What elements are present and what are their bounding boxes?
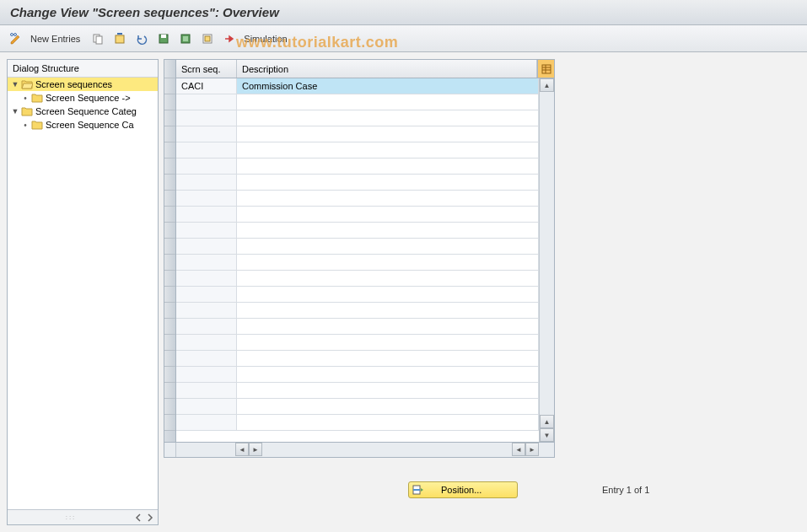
cell-description[interactable]: [237, 255, 539, 270]
cell-scrn-seq[interactable]: [176, 126, 237, 142]
position-button[interactable]: Position...: [408, 481, 518, 498]
table-row-empty[interactable]: [176, 126, 539, 142]
row-selector[interactable]: [164, 351, 175, 367]
cell-description[interactable]: [237, 319, 539, 334]
cell-description[interactable]: [237, 159, 539, 174]
cell-scrn-seq[interactable]: [176, 223, 237, 238]
copy-button[interactable]: [89, 30, 107, 48]
toggle-edit-button[interactable]: [7, 30, 25, 48]
tree-item-screen-sequence-categ[interactable]: ▼ Screen Sequence Categ: [8, 105, 158, 118]
vertical-scrollbar[interactable]: ▲ ▲ ▼: [539, 78, 554, 442]
row-selector[interactable]: [164, 239, 175, 255]
row-selector[interactable]: [164, 383, 175, 399]
cell-scrn-seq[interactable]: [176, 191, 237, 206]
cell-scrn-seq[interactable]: [176, 94, 237, 110]
cell-description[interactable]: [237, 207, 539, 222]
undo-button[interactable]: [132, 30, 151, 48]
table-row-empty[interactable]: [176, 383, 539, 399]
table-row-empty[interactable]: [176, 207, 539, 223]
cell-scrn-seq[interactable]: [176, 110, 237, 126]
cell-scrn-seq[interactable]: [176, 383, 237, 398]
cell-description[interactable]: [237, 399, 539, 414]
cell-description[interactable]: [237, 94, 539, 110]
select-all-button[interactable]: [176, 30, 195, 48]
scroll-right-button-2[interactable]: ►: [525, 443, 539, 456]
cell-scrn-seq[interactable]: [176, 303, 237, 318]
cell-description[interactable]: Commission Case: [237, 78, 539, 94]
row-selector[interactable]: [164, 319, 175, 335]
table-row-empty[interactable]: [176, 159, 539, 175]
cell-scrn-seq[interactable]: [176, 287, 237, 302]
row-selector[interactable]: [164, 126, 175, 142]
row-selector[interactable]: [164, 207, 175, 223]
cell-scrn-seq[interactable]: [176, 271, 237, 286]
cell-description[interactable]: [237, 239, 539, 254]
cell-scrn-seq[interactable]: [176, 351, 237, 366]
cell-scrn-seq[interactable]: [176, 159, 237, 174]
cell-scrn-seq[interactable]: [176, 142, 237, 158]
tree-item-screen-sequences[interactable]: ▼ Screen sequences: [8, 78, 158, 91]
cell-description[interactable]: [237, 383, 539, 398]
cell-scrn-seq[interactable]: CACI: [176, 78, 237, 94]
table-row-empty[interactable]: [176, 239, 539, 255]
cell-description[interactable]: [237, 351, 539, 366]
cell-description[interactable]: [237, 415, 539, 430]
scroll-up-button[interactable]: ▲: [540, 78, 554, 92]
cell-description[interactable]: [237, 110, 539, 126]
cell-scrn-seq[interactable]: [176, 239, 237, 254]
table-row-empty[interactable]: [176, 367, 539, 383]
table-row-empty[interactable]: [176, 287, 539, 303]
table-row-empty[interactable]: [176, 94, 539, 110]
cell-description[interactable]: [237, 271, 539, 286]
row-selector[interactable]: [164, 159, 175, 175]
row-selector[interactable]: [164, 415, 175, 431]
delete-button[interactable]: [110, 30, 129, 48]
horizontal-scrollbar[interactable]: ◄ ► ◄ ►: [164, 443, 555, 458]
row-selector[interactable]: [164, 367, 175, 383]
table-row-empty[interactable]: [176, 175, 539, 191]
scroll-down-button[interactable]: ▼: [540, 428, 554, 442]
cell-description[interactable]: [237, 175, 539, 190]
scroll-left-button-2[interactable]: ◄: [512, 443, 525, 456]
row-selector[interactable]: [164, 142, 175, 159]
execute-button[interactable]: [220, 30, 239, 48]
column-header-description[interactable]: Description: [237, 60, 537, 78]
table-row-empty[interactable]: [176, 110, 539, 126]
row-selector[interactable]: [164, 303, 175, 319]
scroll-left-icon[interactable]: [132, 512, 144, 524]
cell-scrn-seq[interactable]: [176, 335, 237, 350]
table-row-empty[interactable]: [176, 399, 539, 415]
row-selector[interactable]: [164, 78, 175, 94]
new-entries-button[interactable]: New Entries: [29, 34, 85, 44]
column-header-scrn-seq[interactable]: Scrn seq.: [176, 60, 237, 78]
table-row[interactable]: CACICommission Case: [176, 78, 539, 94]
row-selector[interactable]: [164, 399, 175, 415]
cell-description[interactable]: [237, 303, 539, 318]
cell-scrn-seq[interactable]: [176, 399, 237, 414]
table-settings-button[interactable]: [537, 60, 554, 78]
row-selector[interactable]: [164, 287, 175, 303]
tree-item-screen-sequence-ca[interactable]: • Screen Sequence Ca: [8, 118, 158, 132]
table-row-empty[interactable]: [176, 303, 539, 319]
cell-scrn-seq[interactable]: [176, 255, 237, 270]
table-row-empty[interactable]: [176, 319, 539, 335]
row-selector[interactable]: [164, 94, 175, 110]
cell-description[interactable]: [237, 335, 539, 350]
cell-description[interactable]: [237, 126, 539, 142]
table-row-empty[interactable]: [176, 142, 539, 159]
row-selector[interactable]: [164, 175, 175, 191]
scroll-up-button-2[interactable]: ▲: [540, 415, 554, 428]
table-row-empty[interactable]: [176, 415, 539, 431]
table-row-empty[interactable]: [176, 223, 539, 239]
table-row-empty[interactable]: [176, 255, 539, 271]
cell-description[interactable]: [237, 367, 539, 382]
table-row-empty[interactable]: [176, 335, 539, 351]
row-selector[interactable]: [164, 191, 175, 207]
cell-scrn-seq[interactable]: [176, 367, 237, 382]
collapse-icon[interactable]: ▼: [11, 107, 19, 116]
deselect-all-button[interactable]: [198, 30, 217, 48]
table-row-empty[interactable]: [176, 191, 539, 207]
row-selector[interactable]: [164, 223, 175, 239]
cell-scrn-seq[interactable]: [176, 175, 237, 190]
cell-description[interactable]: [237, 191, 539, 206]
